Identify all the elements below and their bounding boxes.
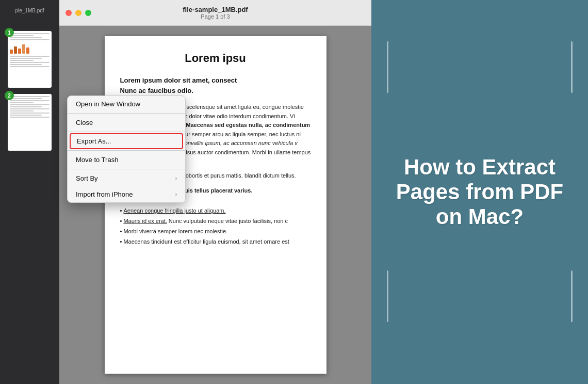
thumb2-line7 (10, 108, 50, 109)
bar1 (10, 50, 13, 54)
chevron-right-icon: › (175, 175, 177, 181)
thumb1-line2 (10, 35, 34, 36)
sidebar-file-label: ple_1MB.pdf (0, 8, 59, 13)
right-panel-title: How to Extract Pages from PDF on Mac? (371, 155, 588, 230)
pdf-area: Lorem ipsu Lorem ipsum dolor sit amet, c… (59, 26, 371, 384)
list-item: Mauris id ex erat. Nunc vulputate neque … (120, 216, 311, 227)
menu-separator-3 (68, 150, 185, 151)
thumb2-line2 (10, 98, 42, 99)
bar5 (26, 47, 29, 54)
right-panel: How to Extract Pages from PDF on Mac? (371, 0, 588, 384)
pdf-lead: Lorem ipsum dolor sit amet, consectNunc … (120, 75, 311, 95)
thumb1-line7 (10, 60, 34, 61)
thumb2-line5 (10, 104, 50, 105)
menu-item-label: Move to Trash (76, 156, 118, 164)
menu-item-open-new-window[interactable]: Open in New Window (68, 96, 185, 112)
list-item: Morbi viverra semper lorem nec molestie. (120, 227, 311, 237)
thumb1-line8 (10, 62, 50, 63)
menu-item-sort-by[interactable]: Sort By › (68, 170, 185, 186)
context-menu: Open in New Window Close Export As... Mo… (67, 95, 186, 203)
bar2 (14, 46, 17, 54)
thumb1-line4 (10, 39, 50, 40)
menu-item-export-as[interactable]: Export As... (71, 134, 182, 148)
thumb1-badge: 1 (5, 28, 14, 37)
menu-item-label: Open in New Window (76, 100, 140, 108)
sidebar: ple_1MB.pdf 1 (0, 0, 59, 384)
titlebar-pages: Page 1 of 3 (201, 13, 230, 20)
thumb2-line4 (10, 102, 34, 103)
menu-item-label: Import from iPhone (76, 190, 133, 198)
pdf-title: Lorem ipsu (120, 52, 311, 65)
thumb2 (8, 94, 52, 151)
thumb2-badge: 2 (5, 91, 14, 100)
thumb1-line5 (10, 56, 50, 57)
thumb2-line3 (10, 100, 50, 101)
chevron-right-icon: › (175, 191, 177, 197)
thumb1-line3 (10, 37, 42, 38)
menu-item-close[interactable]: Close (68, 115, 185, 131)
menu-separator-2 (68, 132, 185, 132)
thumb2-line11 (10, 117, 50, 118)
window-controls (66, 10, 91, 16)
thumb1 (8, 31, 52, 88)
thumb1-line9 (10, 64, 42, 65)
thumb1-chart (10, 43, 50, 54)
menu-item-label: Sort By (76, 174, 98, 182)
pdf-page: Lorem ipsu Lorem ipsum dolor sit amet, c… (105, 36, 326, 374)
thumb2-line1 (10, 96, 50, 97)
close-button[interactable] (66, 10, 72, 16)
bar3 (18, 49, 21, 54)
menu-item-move-to-trash[interactable]: Move to Trash (68, 152, 185, 168)
fullscreen-button[interactable] (85, 10, 91, 16)
list-item: Aenean congue fringilla justo ut aliquam… (120, 206, 311, 216)
titlebar: file-sample_1MB.pdf Page 1 of 3 (59, 0, 371, 26)
thumb2-container[interactable]: 2 (8, 94, 52, 151)
menu-separator-1 (68, 113, 185, 114)
list-item: Maecenas tincidunt est efficitur ligula … (120, 237, 311, 247)
bar4 (22, 44, 25, 54)
menu-item-label: Export As... (77, 137, 111, 145)
menu-item-label: Close (76, 119, 93, 126)
left-panel: ple_1MB.pdf 1 (0, 0, 371, 384)
titlebar-filename: file-sample_1MB.pdf (183, 6, 248, 13)
thumb2-line6 (10, 106, 42, 107)
thumb1-container[interactable]: 1 (8, 31, 52, 88)
thumb1-line10 (10, 66, 50, 67)
thumb2-line9 (10, 113, 50, 114)
thumb2-line10 (10, 115, 42, 116)
menu-item-import-from-iphone[interactable]: Import from iPhone › (68, 186, 185, 202)
menu-separator-4 (68, 169, 185, 169)
thumb1-line1 (10, 33, 50, 34)
export-as-wrapper: Export As... (70, 133, 183, 149)
left-bar-top (387, 41, 388, 93)
left-bar-bottom (387, 270, 388, 322)
thumb2-line8 (10, 110, 34, 111)
thumb1-line6 (10, 58, 42, 59)
minimize-button[interactable] (75, 10, 81, 16)
